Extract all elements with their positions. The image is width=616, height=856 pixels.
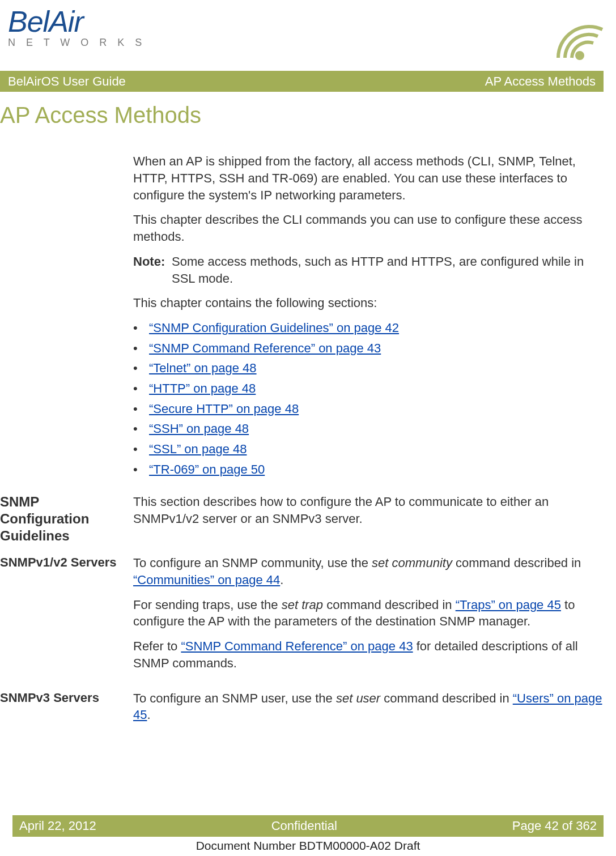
intro-p3: This chapter contains the following sect… xyxy=(133,295,604,312)
link-snmp-config[interactable]: “SNMP Configuration Guidelines” on page … xyxy=(149,320,399,337)
link-traps[interactable]: “Traps” on page 45 xyxy=(456,598,561,612)
chapter-title-bar: AP Access Methods xyxy=(485,73,596,90)
snmp-config-body: This section describes how to configure … xyxy=(133,493,604,527)
heading-snmpv1v2: SNMPv1/v2 Servers xyxy=(0,555,133,570)
intro-p1: When an AP is shipped from the factory, … xyxy=(133,153,604,203)
logo-brand: BelAir xyxy=(8,7,146,36)
link-secure-http[interactable]: “Secure HTTP” on page 48 xyxy=(149,401,299,418)
link-tr069[interactable]: “TR-069” on page 50 xyxy=(149,461,265,478)
note-text: Some access methods, such as HTTP and HT… xyxy=(172,253,604,287)
link-telnet[interactable]: “Telnet” on page 48 xyxy=(149,360,257,377)
note-block: Note: Some access methods, such as HTTP … xyxy=(133,253,604,287)
doc-title: BelAirOS User Guide xyxy=(8,73,126,90)
note-label: Note: xyxy=(133,253,172,287)
snmpv1v2-p2: For sending traps, use the set trap comm… xyxy=(133,597,604,630)
snmpv1v2-p1: To configure an SNMP community, use the … xyxy=(133,555,604,588)
link-snmp-cmdref-2[interactable]: “SNMP Command Reference” on page 43 xyxy=(181,639,413,653)
page-header: BelAir N E T W O R K S xyxy=(0,7,604,71)
cmd-set-community: set community xyxy=(372,556,452,570)
section-links-list: •“SNMP Configuration Guidelines” on page… xyxy=(133,320,604,478)
footer-page: Page 42 of 362 xyxy=(512,817,597,834)
logo-subbrand: N E T W O R K S xyxy=(8,37,146,48)
link-snmp-cmdref[interactable]: “SNMP Command Reference” on page 43 xyxy=(149,340,381,357)
footer-confidential: Confidential xyxy=(271,817,337,834)
intro-p2: This chapter describes the CLI commands … xyxy=(133,211,604,245)
svg-point-0 xyxy=(575,51,584,60)
page-footer: April 22, 2012 Confidential Page 42 of 3… xyxy=(12,815,604,854)
page-title: AP Access Methods xyxy=(0,100,604,130)
footer-date: April 22, 2012 xyxy=(19,817,96,834)
wireless-icon xyxy=(536,7,604,65)
link-communities[interactable]: “Communities” on page 44 xyxy=(133,573,280,587)
snmpv3-p1: To configure an SNMP user, use the set u… xyxy=(133,690,604,723)
link-ssh[interactable]: “SSH” on page 48 xyxy=(149,420,249,437)
cmd-set-trap: set trap xyxy=(282,598,323,612)
title-bar: BelAirOS User Guide AP Access Methods xyxy=(0,71,604,92)
logo: BelAir N E T W O R K S xyxy=(8,7,146,48)
snmpv1v2-p3: Refer to “SNMP Command Reference” on pag… xyxy=(133,638,604,671)
heading-snmpv3: SNMPv3 Servers xyxy=(0,690,133,706)
cmd-set-user: set user xyxy=(336,691,380,705)
link-http[interactable]: “HTTP” on page 48 xyxy=(149,380,256,397)
heading-snmp-config: SNMP Configuration Guidelines xyxy=(0,493,133,544)
footer-docnum: Document Number BDTM00000-A02 Draft xyxy=(12,838,604,854)
link-ssl[interactable]: “SSL” on page 48 xyxy=(149,441,247,458)
